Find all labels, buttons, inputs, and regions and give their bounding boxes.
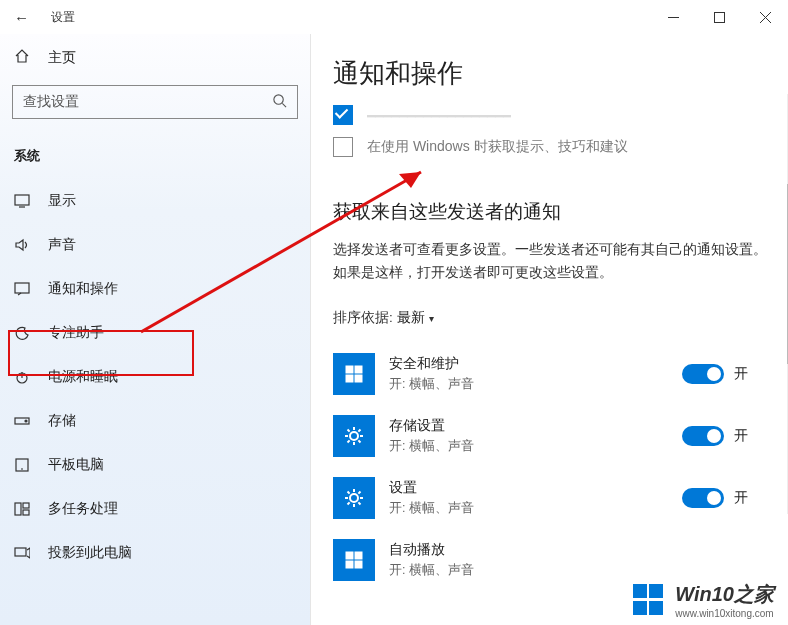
close-button[interactable] [742,0,788,34]
sort-label: 排序依据: [333,310,397,325]
svg-rect-8 [15,503,21,515]
senders-description: 选择发送者可查看更多设置。一些发送者还可能有其自己的通知设置。如果是这样，打开发… [333,239,768,303]
svg-rect-18 [346,552,353,559]
sidebar-item-label: 声音 [48,236,76,254]
svg-point-1 [274,95,283,104]
sender-row[interactable]: 存储设置 开: 横幅、声音 开 [333,405,768,467]
gear-icon [333,477,375,519]
svg-rect-12 [346,366,353,373]
gear-icon [333,415,375,457]
toggle-label: 开 [734,365,748,383]
toggle-on-icon[interactable] [682,364,724,384]
svg-rect-20 [346,561,353,568]
svg-rect-3 [15,283,29,293]
sender-name: 自动播放 [389,541,768,559]
sender-name: 存储设置 [389,417,682,435]
sidebar-item-label: 专注助手 [48,324,104,342]
sender-sub: 开: 横幅、声音 [389,497,682,517]
svg-rect-10 [23,510,29,515]
sidebar: 主页 查找设置 系统 显示 声音 通知和操作 专注助手 [0,34,310,625]
sender-sub: 开: 横幅、声音 [389,435,682,455]
sidebar-item-sound[interactable]: 声音 [0,223,310,267]
sender-toggle[interactable]: 开 [682,364,768,384]
sidebar-section-label: 系统 [0,137,310,179]
sender-sub: 开: 横幅、声音 [389,373,682,393]
checkbox-row-tips[interactable]: 在使用 Windows 时获取提示、技巧和建议 [333,131,768,163]
main-content: 通知和操作 ━━━━━━━━━━━━━━━━━━ 在使用 Windows 时获取… [310,34,788,625]
svg-point-6 [25,420,27,422]
sender-toggle[interactable]: 开 [682,426,768,446]
toggle-on-icon[interactable] [682,426,724,446]
watermark-brand: Win10之家 [675,581,774,608]
sidebar-item-label: 投影到此电脑 [48,544,132,562]
sidebar-item-notifications[interactable]: 通知和操作 [0,267,310,311]
sender-toggle[interactable]: 开 [682,488,768,508]
multitask-icon [14,502,30,516]
page-title: 通知和操作 [333,34,768,99]
back-button[interactable]: ← [14,9,29,26]
security-icon [333,353,375,395]
sidebar-item-label: 平板电脑 [48,456,104,474]
maximize-button[interactable] [696,0,742,34]
sidebar-item-label: 通知和操作 [48,280,118,298]
sender-name: 安全和维护 [389,355,682,373]
svg-rect-21 [355,561,362,568]
svg-rect-14 [346,375,353,382]
sender-row[interactable]: 设置 开: 横幅、声音 开 [333,467,768,529]
search-placeholder: 查找设置 [23,93,79,111]
svg-rect-0 [714,12,724,22]
display-icon [14,194,30,208]
sidebar-item-label: 电源和睡眠 [48,368,118,386]
svg-rect-13 [355,366,362,373]
tablet-icon [14,458,30,472]
sidebar-item-tablet[interactable]: 平板电脑 [0,443,310,487]
svg-point-17 [350,494,358,502]
checkbox-row-cutoff[interactable]: ━━━━━━━━━━━━━━━━━━ [333,99,768,131]
search-input[interactable]: 查找设置 [12,85,298,119]
minimize-button[interactable] [650,0,696,34]
project-icon [14,546,30,560]
senders-heading: 获取来自这些发送者的通知 [333,163,768,239]
sender-name: 设置 [389,479,682,497]
focus-icon [14,326,30,340]
sound-icon [14,238,30,252]
checkbox-label-cutoff: ━━━━━━━━━━━━━━━━━━ [367,108,511,120]
sidebar-item-power[interactable]: 电源和睡眠 [0,355,310,399]
notification-icon [14,282,30,296]
checkbox-checked-icon[interactable] [333,105,353,125]
search-icon [272,93,287,111]
sidebar-home[interactable]: 主页 [0,38,310,77]
sidebar-item-focus[interactable]: 专注助手 [0,311,310,355]
svg-rect-19 [355,552,362,559]
sidebar-item-display[interactable]: 显示 [0,179,310,223]
storage-icon [14,415,30,427]
sender-sub: 开: 横幅、声音 [389,559,768,579]
sidebar-item-storage[interactable]: 存储 [0,399,310,443]
sort-value: 最新 [397,310,425,325]
chevron-down-icon: ▾ [429,313,434,324]
svg-point-16 [350,432,358,440]
toggle-label: 开 [734,489,748,507]
watermark: Win10之家 www.win10xitong.com [633,581,774,619]
sidebar-home-label: 主页 [48,49,76,67]
titlebar: ← 设置 [0,0,788,34]
sort-dropdown[interactable]: 排序依据: 最新▾ [333,303,768,343]
sidebar-item-multitask[interactable]: 多任务处理 [0,487,310,531]
checkbox-label: 在使用 Windows 时获取提示、技巧和建议 [367,138,628,156]
windows-logo-icon [633,584,665,616]
sidebar-item-label: 多任务处理 [48,500,118,518]
autoplay-icon [333,539,375,581]
power-icon [14,370,30,384]
svg-rect-9 [23,503,29,508]
sidebar-item-project[interactable]: 投影到此电脑 [0,531,310,575]
sidebar-item-label: 显示 [48,192,76,210]
home-icon [14,48,30,67]
checkbox-unchecked-icon[interactable] [333,137,353,157]
window-title: 设置 [51,9,75,26]
svg-rect-15 [355,375,362,382]
toggle-on-icon[interactable] [682,488,724,508]
svg-rect-2 [15,195,29,205]
sender-row[interactable]: 安全和维护 开: 横幅、声音 开 [333,343,768,405]
sidebar-item-label: 存储 [48,412,76,430]
svg-rect-11 [15,548,26,556]
